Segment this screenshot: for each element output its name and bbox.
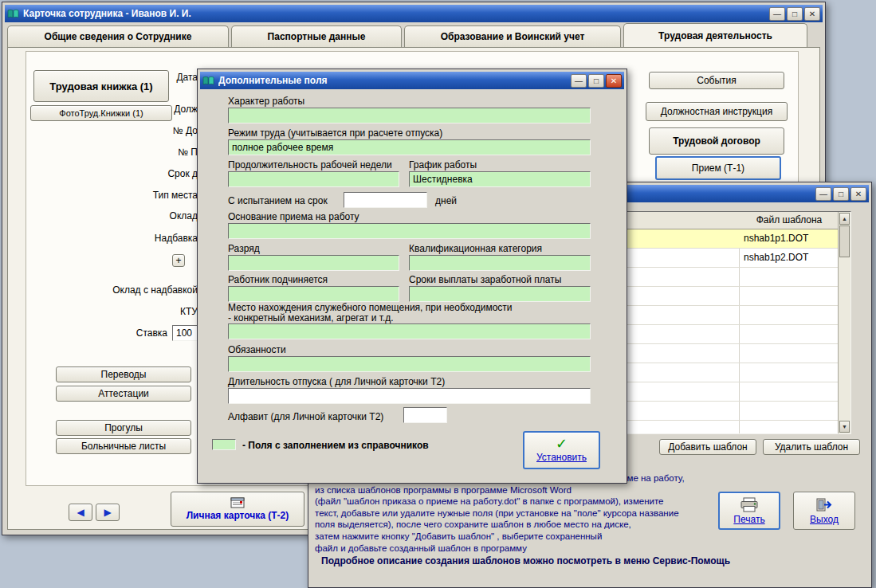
close-button[interactable]: ✕ (606, 74, 622, 88)
personal-card-t2-button[interactable]: Личная карточка (Т-2) (171, 492, 304, 527)
template-instructions: Для создания нового шаблона откройте шаб… (315, 472, 718, 554)
exit-button[interactable]: Выход (793, 492, 855, 530)
maximize-button[interactable]: □ (787, 7, 803, 21)
workplace-label: Место нахождения служебного помещения, п… (228, 303, 513, 323)
ktu-label: КТУ (56, 306, 198, 317)
minimize-button[interactable]: — (769, 7, 785, 21)
salary-label: Оклад (56, 210, 198, 221)
duties-label: Обязанности (228, 344, 286, 355)
grade-field[interactable] (228, 255, 399, 271)
work-mode-label: Режим труда (учитывается при расчете отп… (228, 127, 442, 139)
work-nature-label: Характер работы (228, 96, 304, 107)
scroll-up-icon[interactable]: ▲ (839, 213, 850, 225)
green-field-legend-swatch (212, 439, 236, 450)
install-button[interactable]: ✓ Установить (523, 431, 600, 469)
rate-label: Ставка (40, 327, 167, 339)
hire-t1-button[interactable]: Прием (Т-1) (655, 156, 781, 180)
delete-template-button[interactable]: Удалить шаблон (763, 439, 860, 455)
close-button[interactable]: ✕ (850, 187, 866, 201)
exit-button-label: Выход (810, 514, 839, 525)
events-button[interactable]: События (649, 72, 784, 89)
schedule-field[interactable]: Шестидневка (409, 171, 591, 187)
table-scrollbar[interactable]: ▲ ▼ (838, 212, 850, 433)
print-button[interactable]: Печать (718, 492, 780, 530)
order-no-label: № П (56, 147, 198, 158)
alphabet-label: Алфавит (для Личной карточки Т2) (228, 411, 383, 422)
workplace-field[interactable] (228, 323, 591, 339)
maximize-button[interactable]: □ (588, 74, 604, 88)
template-file-name: nshab1p1.DOT (744, 233, 808, 244)
week-length-label: Продолжительность рабочей недели (228, 159, 392, 171)
salary-with-bonus-label: Оклад с надбавкой (56, 284, 198, 296)
print-button-label: Печать (733, 514, 764, 525)
window-title: Карточка сотрудника - Иванов И. И. (23, 8, 765, 19)
checkmark-icon: ✓ (556, 437, 568, 450)
install-button-label: Установить (536, 452, 587, 463)
scroll-down-icon[interactable]: ▼ (839, 421, 850, 433)
contract-no-label: № До (56, 125, 198, 136)
term-label: Срок д (56, 168, 198, 179)
place-type-label: Тип места (56, 190, 198, 201)
qual-category-field[interactable] (409, 255, 591, 271)
dialog-title: Дополнительные поля (218, 75, 567, 86)
maximize-button[interactable]: □ (833, 187, 849, 201)
absences-button[interactable]: Прогулы (56, 420, 191, 436)
position-label: Долж (56, 104, 198, 115)
job-description-button[interactable]: Должностная инструкция (646, 102, 788, 121)
salary-terms-field[interactable] (409, 286, 591, 302)
week-length-field[interactable] (228, 171, 399, 187)
minimize-button[interactable]: — (815, 187, 831, 201)
personal-card-t2-label: Личная карточка (Т-2) (187, 510, 289, 521)
dialog-titlebar[interactable]: Дополнительные поля — □ ✕ (200, 72, 624, 89)
probation-field[interactable] (344, 192, 427, 208)
work-mode-field[interactable]: полное рабочее время (228, 139, 591, 155)
dialog-body: Характер работы Режим труда (учитывается… (200, 90, 624, 480)
next-record-button[interactable]: ▶ (96, 504, 120, 521)
printer-icon (740, 497, 759, 512)
sick-leaves-button[interactable]: Больничные листы (56, 438, 191, 454)
template-file-name: nshab1p2.DOT (744, 252, 808, 263)
additional-fields-dialog: Дополнительные поля — □ ✕ Характер работ… (197, 69, 627, 484)
tab-general-info[interactable]: Общие сведения о Сотруднике (7, 25, 229, 47)
book-app-icon (7, 9, 19, 19)
desktop: { "colors": { "field_green": "#c6f2bd", … (0, 0, 876, 588)
employee-card-titlebar[interactable]: Карточка сотрудника - Иванов И. И. — □ ✕ (5, 5, 823, 22)
date-label: Дата (56, 72, 198, 83)
hire-basis-label: Основание приема на работу (228, 211, 359, 222)
prev-record-button[interactable]: ◀ (69, 504, 92, 521)
employee-card-tabs: Общие сведения о Сотруднике Паспортные д… (7, 25, 807, 47)
add-template-button[interactable]: Добавить шаблон (659, 439, 756, 455)
vacation-label: Длительность отпуска ( для Личной карточ… (228, 376, 445, 387)
file-column-header[interactable]: Файл шаблона (739, 214, 839, 225)
reports-to-field[interactable] (228, 286, 399, 302)
close-button[interactable]: ✕ (804, 7, 820, 21)
book-app-icon (202, 76, 214, 86)
labor-contract-button[interactable]: Трудовой договор (649, 127, 784, 155)
alphabet-field[interactable] (403, 407, 447, 423)
bonus-label: Надбавка (56, 233, 198, 244)
tab-education-military[interactable]: Образование и Воинский учет (404, 25, 621, 47)
personal-card-icon (230, 497, 245, 508)
salary-terms-label: Сроки выплаты заработной платы (409, 274, 561, 285)
help-note: Подробное описание создания шаблонов мож… (321, 555, 847, 566)
schedule-label: График работы (409, 159, 477, 171)
hire-basis-field[interactable] (228, 223, 591, 239)
grade-label: Разряд (228, 243, 260, 254)
exit-door-icon (815, 497, 833, 512)
green-field-legend-text: - Поля с заполнением из справочников (242, 440, 429, 451)
transfers-button[interactable]: Переводы (56, 367, 191, 382)
attestations-button[interactable]: Аттестации (56, 386, 191, 402)
plus-button[interactable]: + (172, 254, 185, 267)
minimize-button[interactable]: — (571, 74, 587, 88)
duties-field[interactable] (228, 356, 591, 372)
work-nature-field[interactable] (228, 108, 591, 123)
probation-label: С испытанием на срок (228, 195, 328, 206)
qual-category-label: Квалификационная категория (409, 243, 542, 254)
vacation-field[interactable] (228, 388, 591, 404)
scrollbar-thumb[interactable] (839, 225, 850, 257)
tab-work-activity[interactable]: Трудовая деятельность (623, 23, 807, 47)
probation-days-label: дней (435, 195, 457, 206)
tab-passport-data[interactable]: Паспортные данные (231, 25, 402, 47)
reports-to-label: Работник подчиняется (228, 274, 328, 285)
